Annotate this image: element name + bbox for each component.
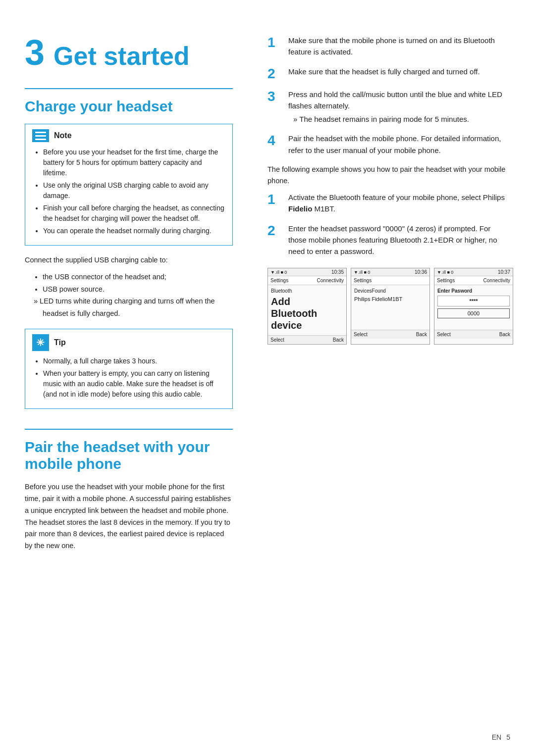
asterisk-icon: ✳ xyxy=(35,337,46,348)
step-4-content: Pair the headset with the mobile phone. … xyxy=(288,133,510,156)
phone-1-footer-left: Select xyxy=(270,337,284,343)
phone-2-footer: Select Back xyxy=(351,330,429,339)
charge-divider xyxy=(25,88,233,89)
connect-bullet-1: the USB connector of the headset and; xyxy=(43,271,233,283)
tip-item-2: When your battery is empty, you can carr… xyxy=(43,368,225,400)
phone-1-section-label: Bluetooth xyxy=(271,288,343,294)
phone-2-body: DevicesFound Philips FidelioM1BT xyxy=(351,285,429,330)
phone-3-menu-right: Connectivity xyxy=(483,278,510,283)
step-3-sub-item: The headset remains in pairing mode for … xyxy=(293,113,510,125)
step-3-content: Press and hold the call/music button unt… xyxy=(288,89,510,125)
phone-3-time: 10:37 xyxy=(498,269,510,275)
phone-screen-3: ▼.ıll ■ 0 10:37 Settings Connectivity En… xyxy=(434,268,513,345)
phone-2-menu: Settings xyxy=(351,276,429,285)
phone-3-password-label: Enter Pasword xyxy=(437,288,510,294)
step-1: 1 Make sure that the mobile phone is tur… xyxy=(268,35,510,58)
step-3: 3 Press and hold the call/music button u… xyxy=(268,89,510,125)
phone-3-footer-right: Back xyxy=(499,332,510,337)
phone-3-body: Enter Pasword **** 0000 xyxy=(434,285,513,330)
step-4: 4 Pair the headset with the mobile phone… xyxy=(268,133,510,156)
page-footer: EN 5 xyxy=(492,733,510,741)
step-p2-1-content: Activate the Bluetooth feature of your m… xyxy=(288,192,510,215)
step-1-content: Make sure that the mobile phone is turne… xyxy=(288,35,510,58)
connect-text: Connect the supplied USB charging cable … xyxy=(25,254,233,266)
phone-3-status: ▼.ıll ■ 0 10:37 xyxy=(434,268,513,276)
step-2: 2 Make sure that the headset is fully ch… xyxy=(268,66,510,81)
note-item-3: Finish your call before charging the hea… xyxy=(43,203,225,224)
connect-bullet-2: USB power source. xyxy=(43,283,233,296)
example-intro: The following example shows you how to p… xyxy=(268,164,510,187)
tip-label: Tip xyxy=(54,338,66,347)
note-item-1: Before you use your headset for the firs… xyxy=(43,147,225,178)
phone-1-time: 10:35 xyxy=(331,269,344,275)
pair-intro: Before you use the headset with your mob… xyxy=(25,481,233,553)
phone-3-menu: Settings Connectivity xyxy=(434,276,513,285)
phone-1-menu-right: Connectivity xyxy=(317,278,344,283)
phone-1-menu: Settings Connectivity xyxy=(268,276,346,285)
phone-1-menu-left: Settings xyxy=(270,278,288,283)
phone-screen-1: ▼.ıll ■ 0 10:35 Settings Connectivity Bl… xyxy=(268,268,347,345)
chapter-title: Get started xyxy=(54,43,190,69)
phone-screen-2: ▼.ıll ■ 0 10:36 Settings DevicesFound Ph… xyxy=(351,268,430,345)
phone-1-big-text: AddBluetoothdevice xyxy=(271,296,343,331)
right-column: 1 Make sure that the mobile phone is tur… xyxy=(253,20,535,726)
phone-2-time: 10:36 xyxy=(415,269,427,275)
tip-header: ✳ Tip xyxy=(32,334,225,351)
note-item-4: You can operate the headset normally dur… xyxy=(43,226,225,236)
note-item-2: Use only the original USB charging cable… xyxy=(43,180,225,201)
tip-item-1: Normally, a full charge takes 3 hours. xyxy=(43,356,225,366)
pair-heading: Pair the headset with your mobile phone xyxy=(25,439,233,472)
note-label: Note xyxy=(54,131,72,140)
step-3-sub: The headset remains in pairing mode for … xyxy=(288,113,510,125)
tip-icon: ✳ xyxy=(32,334,49,351)
phone-3-password-masked: **** xyxy=(437,296,510,306)
phone-2-footer-right: Back xyxy=(416,332,427,337)
phone-1-signal: ▼.ıll ■ 0 xyxy=(270,270,287,275)
steps-part1: 1 Make sure that the mobile phone is tur… xyxy=(268,35,510,156)
phone-3-signal: ▼.ıll ■ 0 xyxy=(437,270,453,275)
footer-page-number: 5 xyxy=(506,733,510,741)
note-box: Note Before you use your headset for the… xyxy=(25,124,233,246)
phone-1-footer: Select Back xyxy=(268,335,346,344)
pair-divider xyxy=(25,429,233,430)
phone-3-menu-left: Settings xyxy=(437,278,455,283)
footer-language: EN xyxy=(492,733,501,741)
tip-list: Normally, a full charge takes 3 hours. W… xyxy=(32,356,225,400)
connect-arrow-item: LED turns white during charging and turn… xyxy=(43,295,233,319)
tip-box: ✳ Tip Normally, a full charge takes 3 ho… xyxy=(25,329,233,409)
phone-1-footer-right: Back xyxy=(333,337,344,343)
phones-row: ▼.ıll ■ 0 10:35 Settings Connectivity Bl… xyxy=(268,268,510,345)
chapter-heading: 3 Get started xyxy=(25,35,233,70)
step-p2-2: 2 Enter the headset password "0000" (4 z… xyxy=(268,223,510,257)
step-2-content: Make sure that the headset is fully char… xyxy=(288,66,510,81)
note-icon xyxy=(32,129,49,142)
phone-1-body: Bluetooth AddBluetoothdevice xyxy=(268,285,346,335)
phone-2-footer-left: Select xyxy=(354,332,368,337)
pair-section: Pair the headset with your mobile phone … xyxy=(25,429,233,553)
phone-2-normal-text: Philips FidelioM1BT xyxy=(354,296,427,303)
svg-text:✳: ✳ xyxy=(36,337,45,348)
phone-2-signal: ▼.ıll ■ 0 xyxy=(354,270,370,275)
phone-2-section-label: DevicesFound xyxy=(354,288,427,294)
phone-3-footer: Select Back xyxy=(434,330,513,339)
step-p2-1: 1 Activate the Bluetooth feature of your… xyxy=(268,192,510,215)
connect-bullet-list: the USB connector of the headset and; US… xyxy=(25,271,233,295)
connect-arrow-list: LED turns white during charging and turn… xyxy=(25,295,233,319)
step-p2-2-content: Enter the headset password "0000" (4 zer… xyxy=(288,223,510,257)
phone-3-password-value: 0000 xyxy=(437,308,510,318)
note-list: Before you use your headset for the firs… xyxy=(32,147,225,236)
charge-heading: Charge your headset xyxy=(25,98,233,115)
phone-3-footer-left: Select xyxy=(437,332,451,337)
phone-2-status: ▼.ıll ■ 0 10:36 xyxy=(351,268,429,276)
chapter-number: 3 xyxy=(25,35,45,70)
note-header: Note xyxy=(32,129,225,142)
phone-1-status: ▼.ıll ■ 0 10:35 xyxy=(268,268,346,276)
phone-2-menu-left: Settings xyxy=(354,278,372,283)
steps-part2: 1 Activate the Bluetooth feature of your… xyxy=(268,192,510,257)
